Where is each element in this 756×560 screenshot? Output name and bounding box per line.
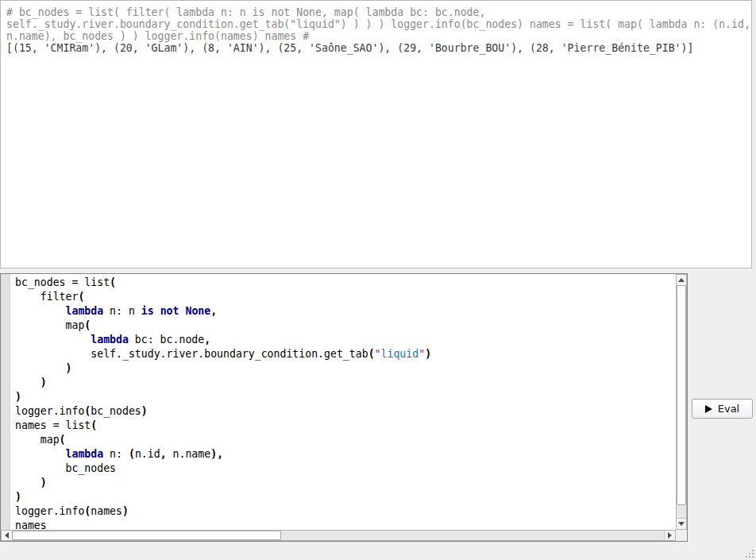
code-editor[interactable]: bc_nodes = list( filter( lambda n: n is … bbox=[0, 273, 688, 542]
eval-button[interactable]: Eval bbox=[692, 399, 753, 419]
arrow-up-icon bbox=[678, 278, 685, 282]
editor-text-area[interactable]: bc_nodes = list( filter( lambda n: n is … bbox=[10, 274, 676, 530]
log-line: # bc_nodes = list( filter( lambda n: n i… bbox=[6, 6, 751, 18]
arrow-left-icon bbox=[5, 532, 9, 539]
vertical-scrollbar[interactable] bbox=[676, 274, 687, 530]
code-line: ) bbox=[15, 376, 676, 390]
scrollbar-corner bbox=[676, 530, 687, 541]
play-icon bbox=[705, 405, 712, 413]
code-line: self._study.river.boundary_condition.get… bbox=[15, 347, 676, 361]
arrow-down-icon bbox=[678, 522, 685, 526]
arrow-right-icon bbox=[668, 532, 672, 539]
scroll-right-button[interactable] bbox=[664, 531, 675, 540]
history-log[interactable]: # bc_nodes = list( filter( lambda n: n i… bbox=[0, 0, 752, 268]
code-line: names bbox=[15, 519, 676, 530]
editor-gutter bbox=[1, 274, 10, 530]
scroll-left-button[interactable] bbox=[2, 531, 13, 540]
vertical-scrollbar-thumb[interactable] bbox=[677, 285, 686, 505]
eval-button-label: Eval bbox=[718, 403, 740, 415]
code-line: logger.info(bc_nodes) bbox=[15, 404, 676, 419]
history-lines: # bc_nodes = list( filter( lambda n: n i… bbox=[6, 6, 751, 54]
window-resize-grip[interactable] bbox=[745, 549, 755, 559]
code-line: ) bbox=[15, 490, 676, 504]
code-line: lambda n: (n.id, n.name), bbox=[15, 447, 676, 462]
log-line: self._study.river.boundary_condition.get… bbox=[6, 18, 751, 30]
code-line: map( bbox=[15, 319, 676, 333]
code-line: logger.info(names) bbox=[15, 504, 676, 519]
code-line: lambda bc: bc.node, bbox=[15, 333, 676, 347]
horizontal-scrollbar[interactable] bbox=[1, 530, 676, 541]
code-line: filter( bbox=[15, 290, 676, 304]
code-line: lambda n: n is not None, bbox=[15, 304, 676, 319]
scroll-down-button[interactable] bbox=[677, 518, 686, 529]
code-line: map( bbox=[15, 433, 676, 447]
code-line: ) bbox=[15, 390, 676, 404]
code-line: ) bbox=[15, 361, 676, 376]
horizontal-scrollbar-thumb[interactable] bbox=[12, 531, 281, 540]
scroll-up-button[interactable] bbox=[677, 275, 686, 286]
code-line: ) bbox=[15, 476, 676, 490]
code-line: bc_nodes bbox=[15, 462, 676, 476]
code-line: names = list( bbox=[15, 419, 676, 433]
log-line: n.name), bc_nodes ) ) logger.info(names)… bbox=[6, 30, 751, 42]
code-line: bc_nodes = list( bbox=[15, 276, 676, 290]
log-result-line: [(15, 'CMIRam'), (20, 'GLam'), (8, 'AIN'… bbox=[6, 42, 751, 54]
